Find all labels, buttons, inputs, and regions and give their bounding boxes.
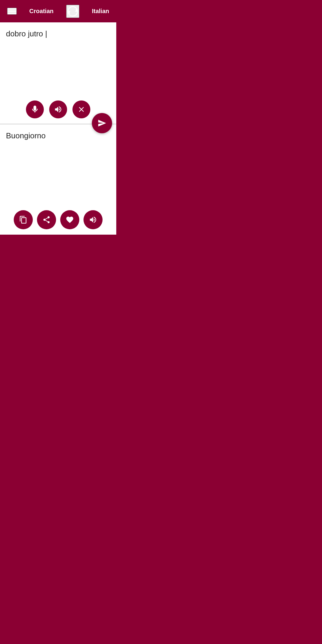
app-header: Croatian Italian (0, 0, 116, 22)
send-icon (97, 119, 106, 128)
share-icon (42, 216, 51, 224)
speaker-input-icon (54, 105, 62, 114)
swap-languages-button[interactable] (66, 5, 79, 18)
source-text-input[interactable]: dobro jutro (6, 28, 110, 88)
speak-input-button[interactable] (49, 100, 67, 118)
copy-button[interactable] (14, 210, 33, 229)
output-section: Buongiorno (0, 124, 116, 235)
microphone-icon (31, 105, 39, 114)
clear-icon (77, 105, 86, 114)
translate-button[interactable] (92, 113, 112, 133)
speak-output-button[interactable] (83, 210, 103, 229)
speaker-output-icon (89, 216, 97, 224)
heart-icon (66, 216, 74, 224)
input-text-content: dobro jutro (6, 29, 43, 38)
share-button[interactable] (37, 210, 56, 229)
copy-icon (19, 216, 27, 224)
microphone-button[interactable] (26, 100, 44, 118)
target-language-label[interactable]: Italian (92, 8, 109, 15)
input-section: dobro jutro (0, 22, 116, 124)
input-wrapper: dobro jutro (0, 22, 116, 124)
menu-button[interactable] (7, 8, 17, 15)
swap-arrows-icon (67, 6, 78, 17)
source-language-label[interactable]: Croatian (29, 8, 53, 15)
translated-text: Buongiorno (6, 130, 110, 141)
clear-button[interactable] (72, 100, 90, 118)
favorite-button[interactable] (60, 210, 79, 229)
output-controls (0, 210, 116, 229)
